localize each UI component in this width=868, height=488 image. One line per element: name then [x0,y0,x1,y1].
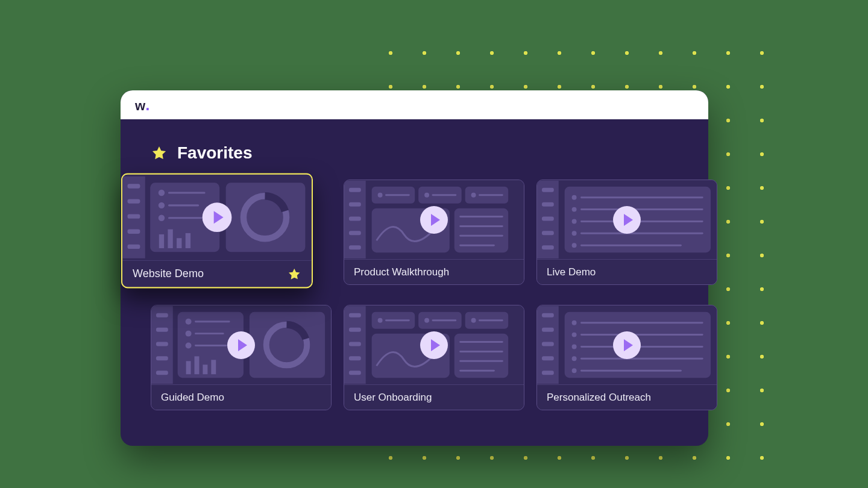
svg-rect-3 [127,214,140,219]
svg-rect-79 [349,342,361,346]
svg-point-108 [572,345,577,349]
play-icon[interactable] [203,202,232,232]
svg-rect-14 [168,230,172,248]
svg-point-53 [572,231,577,236]
svg-point-104 [572,321,577,325]
svg-point-26 [378,193,383,198]
demo-card[interactable]: Website Demo [121,174,313,289]
svg-rect-77 [349,313,361,318]
card-footer: Guided Demo [151,384,331,410]
svg-rect-72 [203,364,207,374]
svg-point-55 [572,243,577,248]
svg-rect-98 [542,313,554,318]
svg-rect-13 [159,234,164,248]
svg-rect-42 [542,202,554,207]
svg-point-112 [572,368,577,373]
svg-point-32 [471,193,476,198]
svg-rect-62 [156,371,168,375]
demo-card[interactable]: Product Walkthrough [344,180,524,285]
svg-rect-5 [127,245,140,249]
section-header: Favorites [151,143,678,163]
card-thumbnail[interactable] [344,180,524,259]
svg-rect-4 [127,230,140,234]
svg-rect-41 [542,188,554,192]
svg-rect-80 [349,356,361,360]
card-thumbnail[interactable] [344,305,524,384]
card-footer: Website Demo [122,260,312,287]
svg-rect-44 [542,231,554,235]
card-grid: Website Demo Product Walkthrough [151,180,678,410]
card-title: User Onboarding [354,392,432,404]
svg-rect-43 [542,217,554,221]
svg-rect-58 [156,313,168,318]
app-logo: w . [135,96,149,114]
play-icon[interactable] [227,331,255,359]
play-icon[interactable] [420,331,448,359]
svg-rect-100 [542,342,554,346]
svg-rect-71 [195,356,200,374]
svg-point-47 [572,195,577,200]
svg-rect-60 [156,342,168,346]
svg-point-29 [424,193,429,198]
play-icon[interactable] [420,206,448,234]
card-thumbnail[interactable] [537,305,717,384]
svg-rect-78 [349,328,361,332]
demo-card[interactable]: User Onboarding [344,305,524,410]
main-content: Favorites Website Demo [121,119,708,434]
svg-point-110 [572,356,577,361]
demo-card[interactable]: Live Demo [536,180,717,285]
svg-rect-59 [156,328,168,332]
card-title: Personalized Outreach [547,392,651,404]
svg-point-51 [572,219,577,224]
play-icon[interactable] [613,206,641,234]
svg-point-89 [471,318,476,323]
svg-rect-15 [177,238,181,248]
svg-rect-81 [349,371,361,375]
svg-rect-21 [349,202,361,207]
svg-rect-102 [542,371,554,375]
play-icon[interactable] [613,331,641,359]
star-icon[interactable] [288,267,301,281]
card-footer: Personalized Outreach [537,384,717,410]
svg-point-49 [572,207,577,212]
titlebar: w . [121,90,708,119]
card-thumbnail[interactable] [537,180,717,259]
svg-rect-61 [156,356,168,360]
svg-rect-99 [542,328,554,332]
svg-point-7 [159,190,165,196]
svg-rect-73 [211,360,216,374]
svg-rect-101 [542,356,554,360]
svg-point-64 [186,319,192,325]
section-title: Favorites [177,143,253,163]
logo-text: w [135,98,145,114]
app-window: w . Favorites Website Demo [121,90,708,446]
logo-dot: . [145,96,149,114]
card-title: Product Walkthrough [354,266,449,278]
demo-card[interactable]: Guided Demo [151,305,332,410]
card-title: Guided Demo [161,392,224,404]
svg-rect-23 [349,231,361,235]
card-title: Website Demo [133,267,204,280]
svg-point-11 [159,215,165,221]
svg-point-68 [186,343,192,349]
svg-rect-20 [349,188,361,192]
svg-rect-2 [127,199,140,203]
svg-point-86 [424,318,429,323]
svg-point-9 [159,202,165,208]
svg-point-106 [572,333,577,337]
svg-rect-70 [186,361,191,374]
card-footer: Product Walkthrough [344,259,524,284]
svg-rect-22 [349,217,361,221]
demo-card[interactable]: Personalized Outreach [536,305,717,410]
svg-rect-24 [349,245,361,249]
card-thumbnail[interactable] [151,305,331,384]
card-title: Live Demo [547,266,596,278]
svg-point-83 [378,318,383,323]
svg-rect-16 [186,233,190,248]
svg-rect-45 [542,245,554,249]
card-thumbnail[interactable] [122,175,312,260]
star-icon [151,145,168,161]
svg-rect-1 [127,184,140,188]
svg-point-66 [186,331,192,337]
card-footer: Live Demo [537,259,717,284]
